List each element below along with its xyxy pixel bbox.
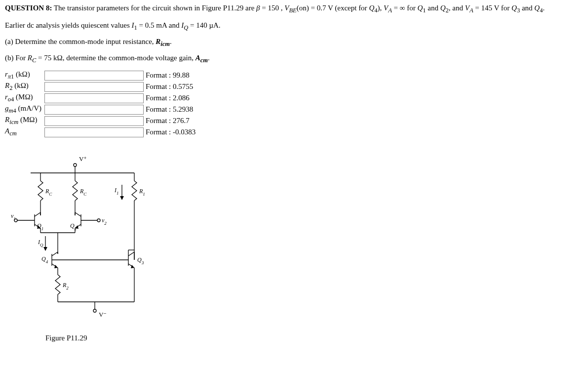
format-ro4: Format : 2.086 [146,94,190,102]
format-gm4: Format : 5.2938 [146,105,193,114]
figure-caption: Figure P11.29 [45,334,583,342]
answer-row-rpi1: rπ1 (kΩ) Format : 99.88 [5,70,583,81]
svg-point-56 [93,309,96,312]
input-ro4[interactable] [44,93,144,103]
label-acm: Acm [5,127,44,137]
part-b: (b) For RC = 75 kΩ, determine the common… [5,54,583,64]
svg-line-38 [52,252,58,256]
answer-row-acm: Acm Format : -0.0383 [5,127,583,137]
answer-row-gm4: gm4 (mA/V) Format : 5.2938 [5,104,583,115]
circuit-svg: V⁺ RC RC R1 I1 v1 Q1 [11,151,159,329]
answer-grid: rπ1 (kΩ) Format : 99.88 R2 (kΩ) Format :… [5,70,583,137]
svg-text:I1: I1 [114,187,119,196]
svg-line-43 [128,252,134,256]
svg-text:V⁻: V⁻ [99,311,107,318]
svg-text:R2: R2 [62,282,69,290]
svg-point-28 [97,219,100,222]
label-gm4: gm4 (mA/V) [5,104,44,115]
svg-text:RC: RC [79,188,87,197]
input-gm4[interactable] [44,105,144,115]
label-rpi1: rπ1 (kΩ) [5,70,44,81]
format-rpi1: Format : 99.88 [146,71,190,80]
label-ricm: Ricm (MΩ) [5,116,44,126]
svg-text:Q3: Q3 [137,256,144,265]
format-ricm: Format : 276.7 [146,117,190,125]
input-ricm[interactable] [44,116,144,126]
question-body: The transistor parameters for the circui… [52,4,545,12]
input-acm[interactable] [44,127,144,137]
label-ro4: ro4 (MΩ) [5,93,44,103]
answer-row-r2: R2 (kΩ) Format : 0.5755 [5,82,583,92]
label-r2: R2 (kΩ) [5,82,44,92]
answer-row-ro4: ro4 (MΩ) Format : 2.086 [5,93,583,103]
svg-text:IQ: IQ [38,239,43,248]
question-header: QUESTION 8: The transistor parameters fo… [5,4,583,14]
svg-line-19 [35,212,40,216]
svg-text:R1: R1 [139,188,145,197]
question-label: QUESTION 8: [5,4,52,12]
svg-text:v1: v1 [11,212,16,221]
part-a: (a) Determine the common-mode input resi… [5,38,583,48]
input-r2[interactable] [44,82,144,92]
format-acm: Format : -0.0383 [146,128,196,136]
svg-point-0 [74,164,77,166]
earlier-line: Earlier dc analysis yields quiescent val… [5,21,583,32]
input-rpi1[interactable] [44,71,144,81]
svg-text:v2: v2 [102,217,107,226]
answer-row-ricm: Ricm (MΩ) Format : 276.7 [5,116,583,126]
format-r2: Format : 0.5755 [146,83,193,91]
svg-text:V⁺: V⁺ [79,155,87,163]
svg-line-24 [75,212,81,216]
svg-text:Q4: Q4 [41,255,48,264]
svg-text:Q2: Q2 [70,222,77,231]
svg-text:RC: RC [45,188,52,197]
figure: V⁺ RC RC R1 I1 v1 Q1 [11,151,583,342]
